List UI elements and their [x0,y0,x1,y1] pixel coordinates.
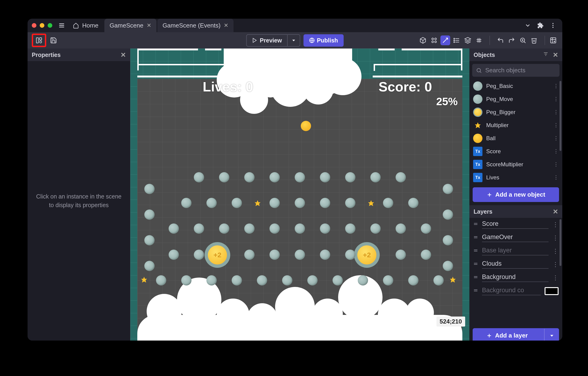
object-menu[interactable]: ⋮ [554,122,559,128]
layer-name: GameOver [482,233,549,242]
object-menu[interactable]: ⋮ [554,135,559,141]
drag-handle-icon[interactable] [473,287,478,295]
panels-toggle-button[interactable] [34,35,44,45]
layers-scrollbar[interactable] [559,219,561,266]
object-row[interactable]: Peg_Bigger⋮ [469,106,562,119]
layer-row[interactable]: Background⋮ [469,271,562,284]
scene-star[interactable] [141,276,148,283]
window-controls [29,23,55,28]
undo-button[interactable] [496,35,505,45]
object-row[interactable]: Ball⋮ [469,132,562,145]
publish-button[interactable]: Publish [303,34,344,47]
more-icon[interactable] [550,22,556,29]
layer-row[interactable]: Score⋮ [469,218,562,231]
preview-button[interactable]: Preview [246,34,288,47]
drag-handle-icon[interactable] [473,234,478,241]
object-row[interactable]: Lives⋮ [469,171,562,184]
scene-canvas[interactable]: Lives: 0 Score: 0 25% [130,49,469,341]
scene-settings-icon[interactable] [548,35,558,45]
layers-panel-icon[interactable] [463,35,473,45]
layer-color-swatch[interactable] [544,287,559,295]
layer-row[interactable]: GameOver⋮ [469,231,562,244]
scene-star[interactable] [449,276,456,283]
layer-row[interactable]: Clouds⋮ [469,258,562,271]
objects-search[interactable]: Search objects [472,64,559,77]
scene-ball[interactable] [301,121,311,131]
delete-button[interactable] [529,35,539,45]
scene-star[interactable] [368,200,375,207]
scene-peg-bigger[interactable] [205,242,230,268]
layer-menu[interactable]: ⋮ [552,274,559,282]
object-thumb [473,134,482,143]
grid-toggle-icon[interactable] [474,35,484,45]
layer-menu[interactable]: ⋮ [552,221,559,228]
tab-events[interactable]: GameScene (Events) ✕ [157,19,234,32]
object-row[interactable]: Peg_Basic⋮ [469,80,562,93]
save-button[interactable] [49,35,58,45]
object-row[interactable]: Peg_Move⋮ [469,93,562,106]
add-object-button[interactable]: Add a new object [473,187,559,202]
tab-gamescene[interactable]: GameScene ✕ [104,19,156,32]
properties-panel: Properties ✕ Click on an instance in the… [28,49,130,341]
object-menu[interactable]: ⋮ [554,148,559,154]
maximize-window[interactable] [48,23,52,28]
object-thumb [473,81,482,91]
scene-peg-bigger[interactable] [354,242,380,268]
object-menu[interactable]: ⋮ [554,83,559,89]
objects-title: Objects [474,52,495,58]
cursor-coordinates: 524;210 [436,316,465,326]
layer-menu[interactable]: ⋮ [552,248,559,255]
objects-header: Objects ✕ [469,49,562,61]
drag-handle-icon[interactable] [473,221,478,228]
layer-name: Background [482,273,549,282]
objects-scrollbar[interactable] [559,81,561,151]
add-layer-label: Add a layer [495,332,528,339]
tab-home[interactable]: Home [68,19,103,32]
zoom-button[interactable] [518,35,528,45]
object-menu[interactable]: ⋮ [554,109,559,115]
close-window[interactable] [32,23,36,28]
svg-rect-7 [40,38,42,40]
layer-row[interactable]: Base layer⋮ [469,244,562,258]
tab-gamescene-close[interactable]: ✕ [147,22,151,29]
object-menu[interactable]: ⋮ [554,175,559,180]
objects-panel-icon[interactable] [418,35,428,45]
layers-close[interactable]: ✕ [553,208,558,216]
highlighted-panel-toggle [32,34,46,47]
drag-handle-icon[interactable] [473,274,478,281]
drag-handle-icon[interactable] [473,261,478,268]
svg-marker-42 [475,123,481,128]
layer-menu[interactable]: ⋮ [552,261,559,268]
object-row[interactable]: ScoreMultiplier⋮ [469,158,562,171]
main-menu-button[interactable] [57,21,66,30]
groups-panel-icon[interactable] [429,35,439,45]
chevron-down-icon[interactable] [524,22,531,29]
hud-lives: Lives: 0 [203,79,253,94]
app-window: Home GameScene ✕ GameScene (Events) ✕ [28,19,562,341]
add-layer-dropdown[interactable] [544,329,559,341]
add-layer-button[interactable]: Add a layer [473,328,559,341]
layer-name: Score [482,220,549,229]
svg-point-5 [553,27,554,28]
object-row[interactable]: Score⋮ [469,145,562,158]
svg-point-13 [432,38,434,40]
object-menu[interactable]: ⋮ [554,161,559,167]
object-row[interactable]: Multiplier⋮ [469,119,562,132]
layer-row[interactable]: Background co [469,284,562,298]
scene-star[interactable] [254,200,261,207]
instances-list-icon[interactable] [452,35,461,45]
objects-filter-icon[interactable] [543,51,549,58]
properties-panel-icon[interactable] [440,35,450,45]
layer-menu[interactable]: ⋮ [552,234,559,242]
minimize-window[interactable] [40,23,44,28]
properties-close[interactable]: ✕ [120,51,126,59]
tab-events-close[interactable]: ✕ [224,22,228,29]
preview-dropdown[interactable] [287,34,300,47]
objects-close[interactable]: ✕ [553,51,558,59]
redo-button[interactable] [507,35,517,45]
object-thumb [473,107,482,117]
svg-point-4 [553,25,554,26]
extensions-icon[interactable] [537,22,544,29]
object-menu[interactable]: ⋮ [554,96,559,102]
drag-handle-icon[interactable] [473,248,478,255]
